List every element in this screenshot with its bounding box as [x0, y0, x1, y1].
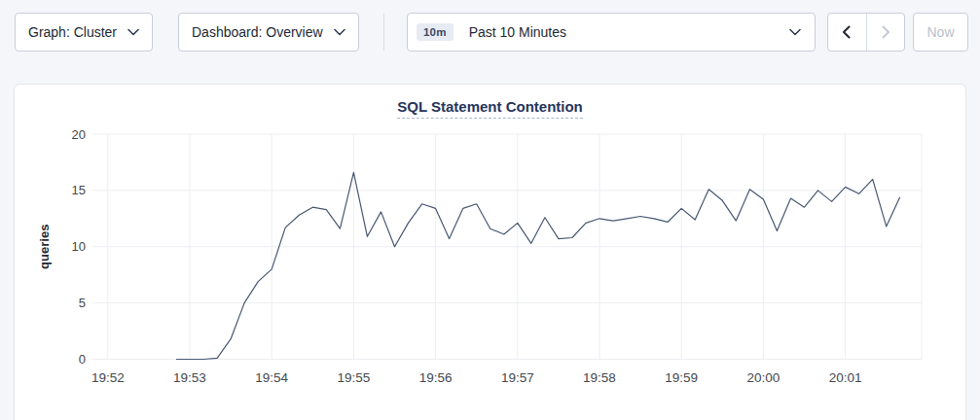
svg-text:19:57: 19:57: [501, 370, 534, 385]
svg-text:0: 0: [79, 352, 86, 367]
svg-text:5: 5: [79, 296, 86, 310]
svg-text:19:53: 19:53: [173, 370, 206, 385]
svg-text:20:00: 20:00: [747, 370, 780, 385]
svg-text:15: 15: [72, 183, 86, 197]
svg-text:20:01: 20:01: [829, 370, 862, 385]
svg-text:19:54: 19:54: [255, 370, 288, 385]
svg-text:19:58: 19:58: [583, 370, 616, 385]
svg-text:queries: queries: [37, 225, 52, 269]
svg-text:10: 10: [72, 239, 86, 254]
svg-text:19:56: 19:56: [419, 370, 453, 385]
sql-contention-line-chart[interactable]: 0510152019:5219:5319:5419:5519:5619:5719…: [0, 0, 980, 420]
dashboard-page: Graph: Cluster Dashboard: Overview 10m P…: [0, 0, 980, 420]
svg-text:20: 20: [72, 127, 86, 142]
svg-text:19:59: 19:59: [665, 370, 698, 385]
svg-text:19:55: 19:55: [338, 370, 371, 385]
svg-text:19:52: 19:52: [91, 370, 125, 385]
